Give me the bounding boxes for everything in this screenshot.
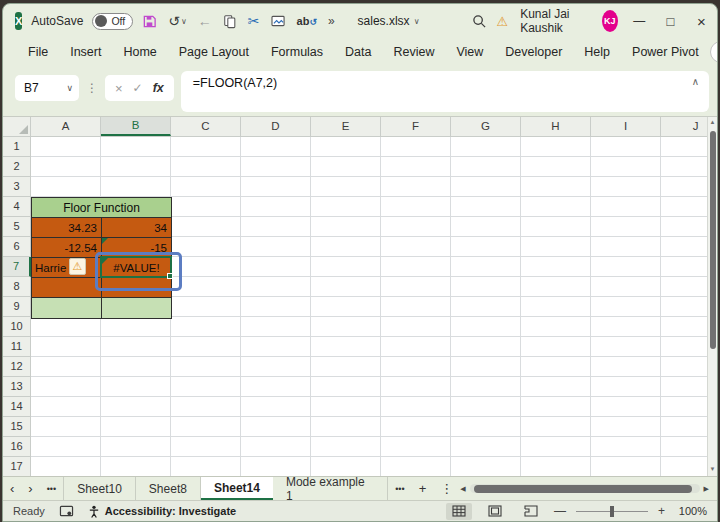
horizontal-scrollbar[interactable]: ◀ ▶ (460, 477, 717, 500)
autosave-label: AutoSave (31, 14, 83, 28)
enter-formula-icon[interactable]: ✓ (133, 81, 143, 95)
row-header-17[interactable]: 17 (3, 457, 30, 476)
tab-insert[interactable]: Insert (59, 41, 112, 63)
column-header-c[interactable]: C (171, 117, 241, 136)
column-header-a[interactable]: A (31, 117, 101, 136)
column-header-f[interactable]: F (381, 117, 451, 136)
tab-developer[interactable]: Developer (494, 41, 573, 63)
row-header-5[interactable]: 5 (3, 217, 30, 237)
maximize-button[interactable]: □ (661, 14, 680, 29)
accessibility-status[interactable]: Accessibility: Investigate (88, 505, 236, 518)
zoom-slider[interactable] (576, 511, 648, 512)
sheet-tab-mode-example-1[interactable]: Mode example 1 (273, 477, 388, 500)
collapse-formula-bar-icon[interactable]: ∧ (692, 76, 699, 112)
cell-b9[interactable] (102, 298, 171, 318)
name-box[interactable]: B7 ∨ (15, 75, 79, 101)
trace-error-button[interactable]: ⚠ (69, 258, 86, 275)
column-header-h[interactable]: H (521, 117, 591, 136)
column-header-e[interactable]: E (311, 117, 381, 136)
autosave-toggle[interactable]: Off (92, 13, 133, 30)
tab-formulas[interactable]: Formulas (260, 41, 334, 63)
row-header-15[interactable]: 15 (3, 417, 30, 437)
row-header-2[interactable]: 2 (3, 157, 30, 177)
row-header-11[interactable]: 11 (3, 337, 30, 357)
cell-a8[interactable] (32, 278, 102, 298)
scroll-left-icon[interactable]: ◀ (460, 485, 465, 493)
sheet-options-icon[interactable]: ⋮ (433, 477, 460, 500)
column-header-b[interactable]: B (101, 117, 171, 136)
minimize-button[interactable]: — (630, 14, 649, 28)
replace-icon[interactable]: ab↺ (297, 15, 317, 27)
macro-record-icon[interactable] (59, 505, 74, 518)
row-header-3[interactable]: 3 (3, 177, 30, 197)
normal-view-button[interactable] (446, 503, 472, 520)
picture-edit-icon[interactable] (271, 15, 286, 28)
row-header-13[interactable]: 13 (3, 377, 30, 397)
cell-a6[interactable]: -12.54 (32, 238, 102, 258)
formula-input[interactable]: =FLOOR(A7,2) ∧ (181, 71, 709, 112)
vertical-scroll-thumb[interactable] (710, 131, 716, 349)
zoom-out-button[interactable]: — (554, 504, 566, 518)
row-header-10[interactable]: 10 (3, 317, 30, 337)
account-warning-icon[interactable]: ⚠ (496, 14, 508, 29)
more-sheets-right-icon[interactable]: ••• (388, 477, 411, 500)
row-header-12[interactable]: 12 (3, 357, 30, 377)
save-icon[interactable] (142, 14, 157, 29)
horizontal-scroll-thumb[interactable] (474, 485, 692, 493)
sheet-tab-sheet10[interactable]: Sheet10 (63, 477, 136, 500)
tab-file[interactable]: File (17, 41, 59, 63)
row-header-6[interactable]: 6 (3, 237, 30, 257)
cancel-formula-icon[interactable]: × (115, 81, 123, 96)
vertical-scrollbar[interactable]: ▲ ▼ (707, 117, 717, 476)
cell-b5[interactable]: 34 (102, 218, 171, 238)
row-header-4[interactable]: 4 (3, 197, 30, 217)
new-sheet-button[interactable]: + (412, 477, 434, 500)
scroll-up-icon[interactable]: ▲ (710, 117, 716, 129)
insert-function-icon[interactable]: fx (153, 81, 164, 95)
cell-a4-merged-title[interactable]: Floor Function (32, 198, 171, 218)
row-header-8[interactable]: 8 (3, 277, 30, 297)
sheet-tab-sheet14[interactable]: Sheet14 (201, 477, 273, 500)
horizontal-scroll-track[interactable] (470, 484, 700, 493)
zoom-level[interactable]: 100% (675, 505, 707, 517)
scroll-right-icon[interactable]: ▶ (704, 485, 709, 493)
redo-icon[interactable]: ← (198, 13, 212, 29)
row-header-7[interactable]: 7 (3, 257, 31, 277)
qat-overflow-icon[interactable]: » (328, 14, 335, 28)
comments-button[interactable]: Comments (710, 41, 718, 63)
select-all-corner[interactable] (3, 117, 31, 137)
avatar[interactable]: KJ (602, 10, 618, 32)
tab-power-pivot[interactable]: Power Pivot (621, 41, 710, 63)
row-header-1[interactable]: 1 (3, 137, 30, 157)
document-title[interactable]: sales.xlsx ∨ (358, 14, 420, 28)
more-sheets-left-icon[interactable]: ••• (40, 477, 63, 500)
tab-data[interactable]: Data (334, 41, 382, 63)
undo-button[interactable]: ↺ ∨ (168, 13, 187, 29)
cell-a9[interactable] (32, 298, 102, 318)
prev-sheet-icon[interactable]: ‹ (3, 477, 21, 500)
page-layout-view-button[interactable] (482, 503, 508, 520)
search-icon[interactable] (472, 14, 487, 29)
scroll-down-icon[interactable]: ▼ (710, 464, 716, 476)
row-header-9[interactable]: 9 (3, 297, 30, 317)
cut-icon[interactable]: ✂ (248, 13, 260, 29)
next-sheet-icon[interactable]: › (21, 477, 39, 500)
column-header-g[interactable]: G (451, 117, 521, 136)
row-header-16[interactable]: 16 (3, 437, 30, 457)
tab-page-layout[interactable]: Page Layout (168, 41, 260, 63)
tab-view[interactable]: View (445, 41, 494, 63)
zoom-slider-thumb[interactable] (610, 506, 614, 517)
page-break-view-button[interactable] (518, 503, 544, 520)
tab-help[interactable]: Help (573, 41, 621, 63)
column-header-i[interactable]: I (591, 117, 661, 136)
column-header-d[interactable]: D (241, 117, 311, 136)
sheet-tab-sheet8[interactable]: Sheet8 (136, 477, 201, 500)
zoom-in-button[interactable]: + (658, 504, 665, 518)
row-header-14[interactable]: 14 (3, 397, 30, 417)
tab-home[interactable]: Home (112, 41, 167, 63)
copy-icon[interactable] (223, 14, 237, 29)
close-button[interactable]: × (692, 13, 711, 30)
cell-a7[interactable]: Harrie (32, 258, 102, 278)
cell-a5[interactable]: 34.23 (32, 218, 102, 238)
tab-review[interactable]: Review (382, 41, 445, 63)
